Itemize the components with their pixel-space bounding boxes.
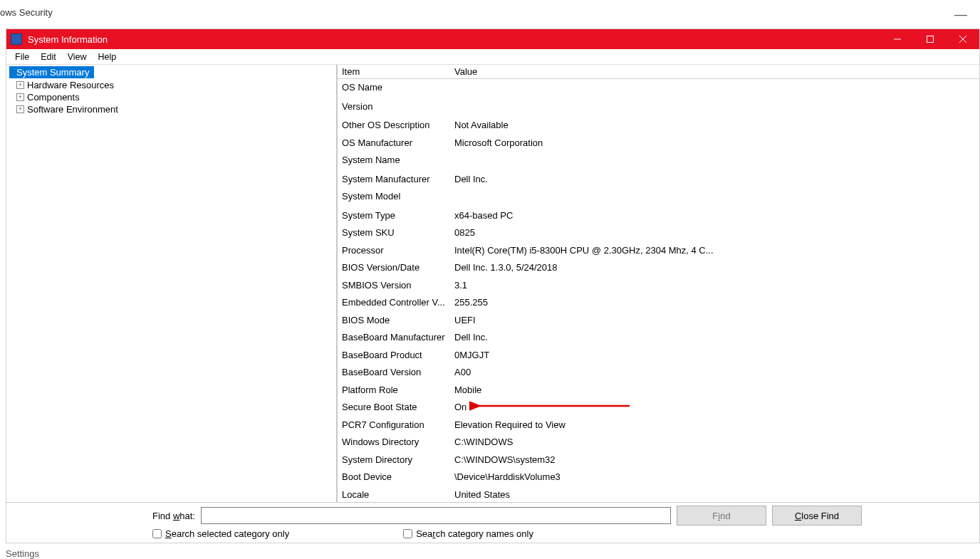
close-find-button[interactable]: Close Find	[772, 506, 862, 526]
detail-row[interactable]: Other OS DescriptionNot Available	[338, 117, 979, 135]
detail-item: OS Manufacturer	[338, 135, 450, 152]
detail-value: 3.1	[450, 277, 979, 295]
detail-item: PCR7 Configuration	[338, 417, 450, 434]
detail-value	[450, 152, 979, 171]
detail-row[interactable]: BaseBoard ManufacturerDell Inc.	[338, 329, 979, 347]
detail-value	[450, 98, 979, 117]
background-settings-label[interactable]: Settings	[6, 548, 39, 559]
detail-row[interactable]: SMBIOS Version3.1	[338, 277, 979, 295]
tree-expand-icon[interactable]: +	[16, 93, 24, 101]
detail-row[interactable]: BaseBoard Product0MJGJT	[338, 347, 979, 365]
detail-item: System Model	[338, 188, 450, 207]
tree-item[interactable]: +Hardware Resources	[6, 79, 336, 91]
detail-row[interactable]: BIOS ModeUEFI	[338, 312, 979, 330]
detail-item: Platform Role	[338, 382, 450, 399]
search-selected-checkbox-input[interactable]	[152, 529, 162, 538]
find-button[interactable]: Find	[677, 506, 766, 526]
app-icon	[11, 33, 22, 45]
tree-item[interactable]: +Software Environment	[6, 103, 336, 115]
tree-expand-icon[interactable]: +	[16, 105, 24, 113]
detail-value: United States	[450, 486, 979, 503]
detail-row[interactable]: PCR7 ConfigurationElevation Required to …	[338, 417, 979, 434]
column-header-item[interactable]: Item	[338, 65, 450, 78]
detail-value: x64-based PC	[450, 207, 979, 225]
search-names-checkbox[interactable]: Search category names only	[403, 528, 533, 539]
search-names-checkbox-input[interactable]	[403, 529, 412, 538]
detail-value: C:\WINDOWS	[450, 434, 979, 451]
detail-row[interactable]: System SKU0825	[338, 224, 979, 242]
tree-item[interactable]: +Components	[6, 91, 336, 103]
detail-row[interactable]: Secure Boot StateOn	[338, 399, 979, 417]
search-selected-label: Search selected category only	[165, 528, 289, 539]
tree-item-label: Components	[27, 92, 80, 103]
detail-row[interactable]: System Typex64-based PC	[338, 207, 979, 225]
detail-item: BaseBoard Manufacturer	[338, 329, 450, 347]
menubar: File Edit View Help	[6, 49, 979, 65]
detail-row[interactable]: System Name	[338, 152, 979, 171]
detail-row[interactable]: Platform RoleMobile	[338, 382, 979, 399]
minimize-button[interactable]	[881, 29, 914, 49]
detail-value: Elevation Required to View	[450, 417, 979, 434]
detail-row[interactable]: LocaleUnited States	[338, 486, 979, 503]
detail-row[interactable]: Boot Device\Device\HarddiskVolume3	[338, 469, 979, 486]
detail-item: System Manufacturer	[338, 171, 450, 189]
detail-value: 255.255	[450, 294, 979, 312]
detail-row[interactable]: ProcessorIntel(R) Core(TM) i5-8300H CPU …	[338, 242, 979, 260]
tree-pane[interactable]: System Summary +Hardware Resources+Compo…	[6, 65, 338, 502]
detail-row[interactable]: OS ManufacturerMicrosoft Corporation	[338, 135, 979, 152]
content-area: System Summary +Hardware Resources+Compo…	[6, 65, 979, 503]
detail-item: System Directory	[338, 451, 450, 469]
detail-pane[interactable]: Item Value OS Name Version Other OS Desc…	[338, 65, 979, 502]
detail-value: Dell Inc. 1.3.0, 5/24/2018	[450, 259, 979, 277]
find-what-label: Find what:	[152, 511, 195, 521]
menu-view[interactable]: View	[62, 51, 93, 63]
menu-file[interactable]: File	[9, 51, 35, 63]
detail-row[interactable]: System ManufacturerDell Inc.	[338, 171, 979, 189]
search-selected-checkbox[interactable]: Search selected category only	[152, 528, 289, 539]
detail-row[interactable]: System Model	[338, 188, 979, 207]
detail-item: Locale	[338, 486, 450, 503]
background-window-title: ows Security	[0, 7, 53, 18]
close-button[interactable]	[947, 29, 979, 49]
detail-row[interactable]: BaseBoard VersionA00	[338, 364, 979, 382]
detail-item: BaseBoard Version	[338, 364, 450, 382]
maximize-button[interactable]	[914, 29, 947, 49]
detail-value: UEFI	[450, 312, 979, 330]
detail-item: Windows Directory	[338, 434, 450, 451]
detail-value: 0825	[450, 224, 979, 242]
detail-row[interactable]: BIOS Version/DateDell Inc. 1.3.0, 5/24/2…	[338, 259, 979, 277]
find-input[interactable]	[201, 507, 671, 524]
detail-item: Other OS Description	[338, 117, 450, 135]
detail-item: Version	[338, 98, 450, 117]
detail-item: Embedded Controller V...	[338, 294, 450, 312]
detail-value	[450, 188, 979, 207]
tree-item-label: Hardware Resources	[27, 80, 114, 90]
menu-edit[interactable]: Edit	[35, 51, 62, 63]
detail-row[interactable]: Windows DirectoryC:\WINDOWS	[338, 434, 979, 451]
detail-value: C:\WINDOWS\system32	[450, 451, 979, 469]
detail-row[interactable]: System DirectoryC:\WINDOWS\system32	[338, 451, 979, 469]
svg-rect-1	[927, 36, 934, 43]
detail-value: Intel(R) Core(TM) i5-8300H CPU @ 2.30GHz…	[450, 242, 979, 260]
window-title: System Information	[28, 34, 108, 45]
detail-value: A00	[450, 364, 979, 382]
detail-row[interactable]: Version	[338, 98, 979, 117]
detail-value: Not Available	[450, 117, 979, 135]
find-bar: Find what: Find Close Find Search select…	[6, 503, 979, 543]
detail-item: OS Name	[338, 79, 450, 98]
tree-root-system-summary[interactable]: System Summary	[9, 66, 94, 78]
detail-item: Processor	[338, 242, 450, 260]
column-header-value[interactable]: Value	[450, 65, 979, 78]
tree-expand-icon[interactable]: +	[16, 81, 24, 89]
menu-help[interactable]: Help	[93, 51, 123, 63]
detail-value: 0MJGJT	[450, 347, 979, 365]
detail-row[interactable]: Embedded Controller V...255.255	[338, 294, 979, 312]
detail-item: BIOS Mode	[338, 312, 450, 330]
titlebar[interactable]: System Information	[6, 29, 979, 49]
detail-row[interactable]: OS Name	[338, 79, 979, 98]
detail-header[interactable]: Item Value	[338, 65, 979, 79]
detail-item: System Type	[338, 207, 450, 225]
detail-value: Dell Inc.	[450, 171, 979, 189]
background-minimize-icon[interactable]: —	[954, 7, 967, 22]
detail-value: Dell Inc.	[450, 329, 979, 347]
